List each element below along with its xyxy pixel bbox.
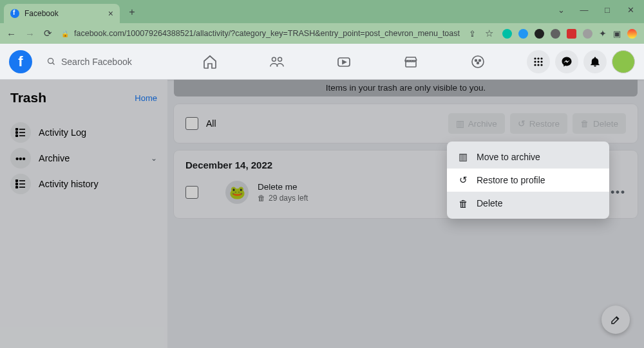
extension-icon[interactable] bbox=[502, 29, 512, 39]
minimize-icon[interactable]: — bbox=[580, 5, 589, 14]
svg-point-19 bbox=[16, 132, 18, 134]
svg-point-2 bbox=[272, 57, 276, 61]
svg-point-8 bbox=[477, 62, 479, 64]
reload-button[interactable]: ⟳ bbox=[44, 28, 52, 39]
notifications-icon[interactable] bbox=[583, 50, 607, 73]
maximize-icon[interactable]: □ bbox=[603, 5, 612, 14]
select-all-card: All ▥ Archive ↺ Restore 🗑 Delete bbox=[174, 104, 638, 143]
sidebar-item-activity-history[interactable]: Activity history bbox=[6, 171, 161, 197]
svg-point-13 bbox=[537, 60, 539, 62]
restore-icon: ↺ bbox=[457, 174, 469, 186]
groups-icon[interactable] bbox=[470, 54, 486, 69]
close-tab-icon[interactable]: × bbox=[108, 8, 113, 19]
svg-line-1 bbox=[53, 63, 55, 65]
new-tab-button[interactable]: + bbox=[126, 6, 138, 18]
main-content: Items in your trash are only visible to … bbox=[167, 80, 644, 348]
select-all-checkbox[interactable] bbox=[185, 117, 198, 130]
chevron-down-icon[interactable]: ⌄ bbox=[556, 5, 565, 14]
sidebar-item-label: Archive bbox=[39, 153, 70, 163]
facebook-logo-icon[interactable]: f bbox=[9, 50, 32, 73]
menu-restore-to-profile[interactable]: ↺ Restore to profile bbox=[447, 169, 609, 192]
svg-point-15 bbox=[534, 64, 536, 66]
chevron-down-icon: ⌄ bbox=[151, 154, 157, 163]
search-placeholder: Search Facebook bbox=[61, 57, 132, 67]
lock-icon: 🔒 bbox=[61, 30, 69, 37]
back-button[interactable]: ← bbox=[6, 28, 16, 39]
trash-banner: Items in your trash are only visible to … bbox=[174, 80, 638, 96]
trash-countdown-icon: 🗑 bbox=[258, 194, 265, 203]
svg-point-10 bbox=[537, 57, 539, 59]
extension-icons: ✦ ▣ ⋮ bbox=[502, 28, 644, 39]
url-field[interactable]: 🔒 facebook.com/100079264388521/allactivi… bbox=[61, 29, 460, 38]
extension-icon[interactable] bbox=[518, 29, 528, 39]
tab-title: Facebook bbox=[24, 9, 103, 18]
compose-fab[interactable] bbox=[601, 306, 630, 334]
svg-point-3 bbox=[278, 57, 282, 61]
trash-icon: 🗑 bbox=[580, 119, 589, 129]
share-icon[interactable]: ⇪ bbox=[469, 29, 476, 39]
browser-tab[interactable]: Facebook × bbox=[4, 4, 120, 23]
bookmark-star-icon[interactable]: ☆ bbox=[485, 28, 493, 39]
close-window-icon[interactable]: ✕ bbox=[626, 5, 635, 14]
svg-point-11 bbox=[540, 57, 542, 59]
restore-icon: ↺ bbox=[518, 118, 526, 129]
window-controls: ⌄ — □ ✕ bbox=[556, 0, 644, 14]
list-icon bbox=[10, 122, 31, 143]
sidebar-item-archive[interactable]: ••• Archive ⌄ bbox=[6, 145, 161, 171]
archive-icon: ▥ bbox=[457, 151, 469, 163]
facebook-favicon-icon bbox=[10, 9, 19, 18]
svg-point-16 bbox=[537, 64, 539, 66]
extension-icon[interactable] bbox=[583, 29, 592, 39]
forward-button[interactable]: → bbox=[25, 28, 35, 39]
extension-icon[interactable] bbox=[551, 29, 560, 39]
watch-icon[interactable] bbox=[336, 54, 352, 69]
header-right-controls bbox=[527, 50, 635, 73]
item-more-button[interactable]: ••• bbox=[611, 186, 626, 199]
extensions-puzzle-icon[interactable]: ✦ bbox=[599, 28, 607, 39]
menu-move-to-archive[interactable]: ▥ Move to archive bbox=[447, 145, 609, 169]
svg-point-17 bbox=[540, 64, 542, 66]
profile-avatar-icon[interactable] bbox=[627, 29, 637, 39]
home-link[interactable]: Home bbox=[135, 93, 157, 103]
ellipsis-icon: ••• bbox=[10, 148, 31, 169]
sidebar-item-label: Activity history bbox=[39, 179, 99, 189]
search-icon bbox=[46, 57, 56, 66]
svg-point-26 bbox=[16, 187, 18, 188]
svg-point-25 bbox=[16, 183, 18, 185]
post-avatar-icon: 🐸 bbox=[225, 181, 249, 204]
url-text: facebook.com/100079264388521/allactivity… bbox=[74, 29, 460, 38]
restore-button[interactable]: ↺ Restore bbox=[510, 113, 567, 134]
post-days-left: 29 days left bbox=[269, 194, 308, 203]
messenger-icon[interactable] bbox=[555, 50, 578, 73]
home-icon[interactable] bbox=[202, 54, 218, 69]
svg-point-12 bbox=[534, 60, 536, 62]
extension-icon[interactable] bbox=[535, 29, 544, 39]
select-all-label: All bbox=[206, 118, 216, 129]
svg-point-24 bbox=[16, 180, 18, 182]
menu-grid-icon[interactable] bbox=[527, 50, 550, 73]
archive-button[interactable]: ▥ Archive bbox=[448, 113, 505, 134]
post-title: Delete me bbox=[258, 182, 308, 192]
svg-point-7 bbox=[479, 59, 481, 61]
list-icon bbox=[10, 174, 31, 194]
item-checkbox[interactable] bbox=[185, 186, 198, 199]
account-avatar[interactable] bbox=[612, 50, 635, 73]
item-context-menu: ▥ Move to archive ↺ Restore to profile 🗑… bbox=[447, 142, 609, 219]
browser-address-bar: ← → ⟳ 🔒 facebook.com/100079264388521/all… bbox=[0, 23, 644, 44]
svg-point-0 bbox=[48, 59, 53, 64]
search-input[interactable]: Search Facebook bbox=[39, 50, 161, 73]
extension-icon[interactable] bbox=[567, 29, 576, 39]
svg-point-9 bbox=[534, 57, 536, 59]
sidebar: Trash Home Activity Log ••• Archive ⌄ Ac… bbox=[0, 80, 167, 348]
trash-icon: 🗑 bbox=[457, 198, 469, 209]
marketplace-icon[interactable] bbox=[403, 54, 419, 69]
delete-button[interactable]: 🗑 Delete bbox=[573, 113, 626, 134]
svg-point-6 bbox=[475, 59, 477, 61]
sidebar-item-label: Activity Log bbox=[39, 127, 86, 138]
page-title: Trash bbox=[10, 90, 46, 105]
menu-delete[interactable]: 🗑 Delete bbox=[447, 192, 609, 215]
reading-list-icon[interactable]: ▣ bbox=[613, 29, 621, 39]
sidebar-item-activity-log[interactable]: Activity Log bbox=[6, 120, 161, 145]
friends-icon[interactable] bbox=[269, 54, 285, 69]
archive-icon: ▥ bbox=[456, 118, 464, 129]
